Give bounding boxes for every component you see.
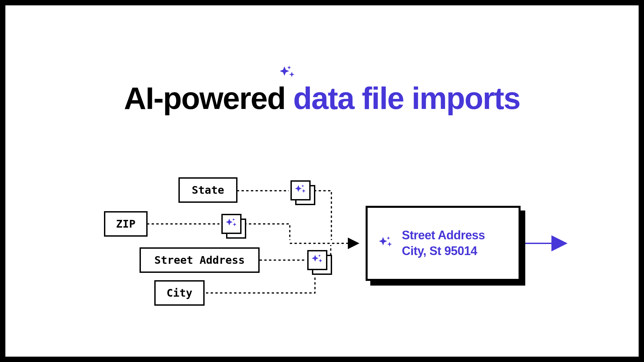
page-title: AI-powered data file imports: [5, 81, 639, 116]
sparkle-icon: [279, 65, 296, 83]
field-label: ZIP: [116, 218, 136, 230]
field-box-state: State: [178, 177, 237, 203]
sparkle-icon: [378, 235, 393, 251]
field-box-city: City: [154, 280, 205, 306]
field-box-street: Street Address: [140, 247, 260, 273]
slide-frame: AI-powered data file imports: [3, 3, 641, 359]
output-line-2: City, St 95014: [402, 243, 485, 259]
field-label: Street Address: [154, 254, 245, 266]
field-box-zip: ZIP: [104, 211, 148, 237]
sparkle-icon: [294, 184, 307, 197]
output-text: Street Address City, St 95014: [402, 228, 485, 259]
sparkle-icon: [225, 217, 237, 231]
sparkle-icon: [311, 253, 323, 267]
field-label: City: [166, 287, 192, 299]
field-label: State: [192, 184, 224, 196]
output-line-1: Street Address: [402, 228, 485, 243]
connectors: [5, 5, 643, 361]
title-part-2: data file imports: [293, 81, 520, 115]
title-part-1: AI-powered: [124, 81, 293, 115]
